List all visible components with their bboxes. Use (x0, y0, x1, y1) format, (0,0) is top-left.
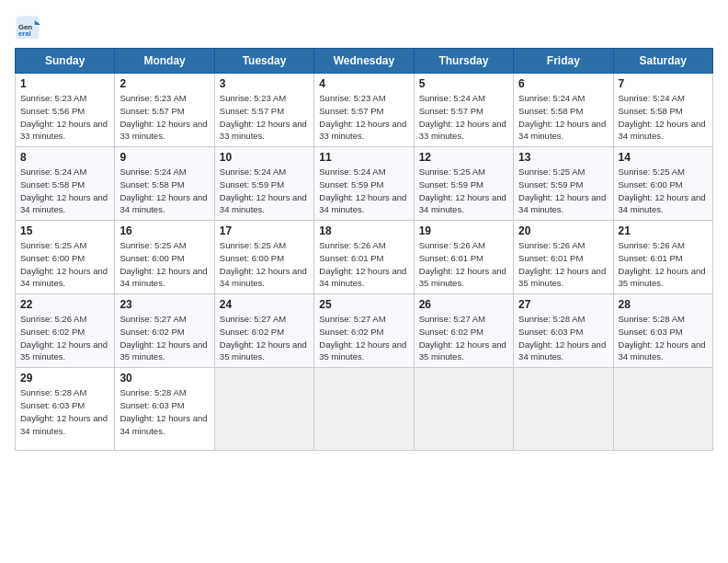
logo: Gen eral (15, 15, 44, 40)
day-number: 5 (419, 77, 508, 90)
day-info: Sunrise: 5:28 AMSunset: 6:03 PMDaylight:… (518, 314, 606, 362)
calendar-cell: 12 Sunrise: 5:25 AMSunset: 5:59 PMDaylig… (414, 147, 513, 221)
day-info: Sunrise: 5:27 AMSunset: 6:02 PMDaylight:… (119, 314, 207, 362)
day-info: Sunrise: 5:23 AMSunset: 5:56 PMDaylight:… (20, 93, 108, 141)
calendar-cell: 23 Sunrise: 5:27 AMSunset: 6:02 PMDaylig… (115, 294, 214, 368)
calendar-cell: 18 Sunrise: 5:26 AMSunset: 6:01 PMDaylig… (314, 221, 414, 294)
day-number: 9 (119, 151, 209, 164)
calendar-cell: 27 Sunrise: 5:28 AMSunset: 6:03 PMDaylig… (514, 294, 613, 368)
day-number: 4 (319, 77, 408, 90)
day-info: Sunrise: 5:28 AMSunset: 6:03 PMDaylight:… (119, 387, 207, 435)
day-info: Sunrise: 5:25 AMSunset: 6:00 PMDaylight:… (220, 240, 307, 288)
day-info: Sunrise: 5:27 AMSunset: 6:02 PMDaylight:… (220, 314, 307, 362)
day-number: 20 (518, 224, 608, 237)
page-header: Gen eral (15, 15, 713, 40)
calendar-cell (514, 368, 613, 451)
day-number: 6 (518, 77, 608, 90)
calendar-week-row: 15 Sunrise: 5:25 AMSunset: 6:00 PMDaylig… (16, 221, 713, 294)
day-info: Sunrise: 5:24 AMSunset: 5:58 PMDaylight:… (119, 167, 207, 214)
calendar-cell: 6 Sunrise: 5:24 AMSunset: 5:58 PMDayligh… (514, 74, 613, 147)
day-info: Sunrise: 5:23 AMSunset: 5:57 PMDaylight:… (119, 93, 207, 141)
day-info: Sunrise: 5:27 AMSunset: 6:02 PMDaylight:… (419, 314, 506, 362)
calendar-cell: 21 Sunrise: 5:26 AMSunset: 6:01 PMDaylig… (613, 221, 712, 294)
calendar-cell: 14 Sunrise: 5:25 AMSunset: 6:00 PMDaylig… (613, 147, 712, 221)
day-info: Sunrise: 5:26 AMSunset: 6:01 PMDaylight:… (419, 240, 506, 288)
day-number: 13 (518, 151, 608, 164)
day-info: Sunrise: 5:26 AMSunset: 6:01 PMDaylight:… (518, 240, 606, 288)
day-number: 8 (20, 151, 109, 164)
day-number: 28 (619, 298, 708, 311)
calendar-cell: 16 Sunrise: 5:25 AMSunset: 6:00 PMDaylig… (115, 221, 214, 294)
calendar-cell (613, 368, 712, 451)
day-number: 15 (20, 224, 109, 237)
day-number: 23 (119, 298, 209, 311)
day-info: Sunrise: 5:26 AMSunset: 6:01 PMDaylight:… (319, 240, 406, 288)
day-info: Sunrise: 5:24 AMSunset: 5:59 PMDaylight:… (220, 167, 307, 214)
day-number: 29 (20, 372, 109, 385)
calendar-cell: 9 Sunrise: 5:24 AMSunset: 5:58 PMDayligh… (115, 147, 214, 221)
logo-icon: Gen eral (15, 15, 40, 40)
weekday-header-tuesday: Tuesday (214, 49, 313, 74)
calendar-cell: 17 Sunrise: 5:25 AMSunset: 6:00 PMDaylig… (214, 221, 313, 294)
day-number: 7 (619, 77, 708, 90)
day-number: 22 (20, 298, 109, 311)
calendar-cell: 25 Sunrise: 5:27 AMSunset: 6:02 PMDaylig… (314, 294, 414, 368)
day-info: Sunrise: 5:23 AMSunset: 5:57 PMDaylight:… (319, 93, 406, 141)
svg-text:eral: eral (18, 29, 31, 38)
day-info: Sunrise: 5:25 AMSunset: 5:59 PMDaylight:… (419, 167, 506, 214)
calendar-cell: 1 Sunrise: 5:23 AMSunset: 5:56 PMDayligh… (16, 74, 115, 147)
weekday-header-sunday: Sunday (16, 49, 115, 74)
calendar-cell: 10 Sunrise: 5:24 AMSunset: 5:59 PMDaylig… (214, 147, 313, 221)
calendar-cell: 4 Sunrise: 5:23 AMSunset: 5:57 PMDayligh… (314, 74, 414, 147)
calendar-cell: 13 Sunrise: 5:25 AMSunset: 5:59 PMDaylig… (514, 147, 613, 221)
calendar-cell: 5 Sunrise: 5:24 AMSunset: 5:57 PMDayligh… (414, 74, 513, 147)
calendar-cell: 8 Sunrise: 5:24 AMSunset: 5:58 PMDayligh… (16, 147, 115, 221)
calendar-cell (414, 368, 513, 451)
calendar-cell: 2 Sunrise: 5:23 AMSunset: 5:57 PMDayligh… (115, 74, 214, 147)
day-info: Sunrise: 5:27 AMSunset: 6:02 PMDaylight:… (319, 314, 406, 362)
day-info: Sunrise: 5:24 AMSunset: 5:59 PMDaylight:… (319, 167, 406, 214)
day-number: 21 (619, 224, 708, 237)
calendar-cell: 15 Sunrise: 5:25 AMSunset: 6:00 PMDaylig… (16, 221, 115, 294)
day-number: 11 (319, 151, 408, 164)
day-info: Sunrise: 5:24 AMSunset: 5:58 PMDaylight:… (20, 167, 108, 214)
calendar-week-row: 29 Sunrise: 5:28 AMSunset: 6:03 PMDaylig… (16, 368, 713, 451)
weekday-header-friday: Friday (514, 49, 613, 74)
calendar-cell (314, 368, 414, 451)
day-info: Sunrise: 5:26 AMSunset: 6:02 PMDaylight:… (20, 314, 108, 362)
calendar-cell: 30 Sunrise: 5:28 AMSunset: 6:03 PMDaylig… (115, 368, 214, 451)
day-number: 10 (220, 151, 309, 164)
calendar-cell: 19 Sunrise: 5:26 AMSunset: 6:01 PMDaylig… (414, 221, 513, 294)
day-info: Sunrise: 5:24 AMSunset: 5:58 PMDaylight:… (518, 93, 606, 141)
day-number: 3 (220, 77, 309, 90)
calendar-cell: 3 Sunrise: 5:23 AMSunset: 5:57 PMDayligh… (214, 74, 313, 147)
calendar-week-row: 1 Sunrise: 5:23 AMSunset: 5:56 PMDayligh… (16, 74, 713, 147)
calendar-cell: 11 Sunrise: 5:24 AMSunset: 5:59 PMDaylig… (314, 147, 414, 221)
day-number: 12 (419, 151, 508, 164)
day-number: 19 (419, 224, 508, 237)
calendar-cell: 20 Sunrise: 5:26 AMSunset: 6:01 PMDaylig… (514, 221, 613, 294)
calendar-week-row: 22 Sunrise: 5:26 AMSunset: 6:02 PMDaylig… (16, 294, 713, 368)
day-info: Sunrise: 5:25 AMSunset: 6:00 PMDaylight:… (119, 240, 207, 288)
day-info: Sunrise: 5:28 AMSunset: 6:03 PMDaylight:… (619, 314, 706, 362)
calendar-cell (214, 368, 313, 451)
day-number: 17 (220, 224, 309, 237)
day-number: 2 (119, 77, 209, 90)
day-number: 27 (518, 298, 608, 311)
day-number: 14 (619, 151, 708, 164)
day-number: 1 (20, 77, 109, 90)
day-number: 30 (119, 372, 209, 385)
calendar-week-row: 8 Sunrise: 5:24 AMSunset: 5:58 PMDayligh… (16, 147, 713, 221)
calendar-cell: 26 Sunrise: 5:27 AMSunset: 6:02 PMDaylig… (414, 294, 513, 368)
day-number: 25 (319, 298, 408, 311)
weekday-header-row: SundayMondayTuesdayWednesdayThursdayFrid… (16, 49, 713, 74)
day-info: Sunrise: 5:26 AMSunset: 6:01 PMDaylight:… (619, 240, 706, 288)
day-info: Sunrise: 5:23 AMSunset: 5:57 PMDaylight:… (220, 93, 307, 141)
calendar-cell: 28 Sunrise: 5:28 AMSunset: 6:03 PMDaylig… (613, 294, 712, 368)
weekday-header-monday: Monday (115, 49, 214, 74)
day-info: Sunrise: 5:25 AMSunset: 6:00 PMDaylight:… (20, 240, 108, 288)
day-info: Sunrise: 5:24 AMSunset: 5:57 PMDaylight:… (419, 93, 506, 141)
day-number: 24 (220, 298, 309, 311)
weekday-header-thursday: Thursday (414, 49, 513, 74)
calendar-cell: 24 Sunrise: 5:27 AMSunset: 6:02 PMDaylig… (214, 294, 313, 368)
